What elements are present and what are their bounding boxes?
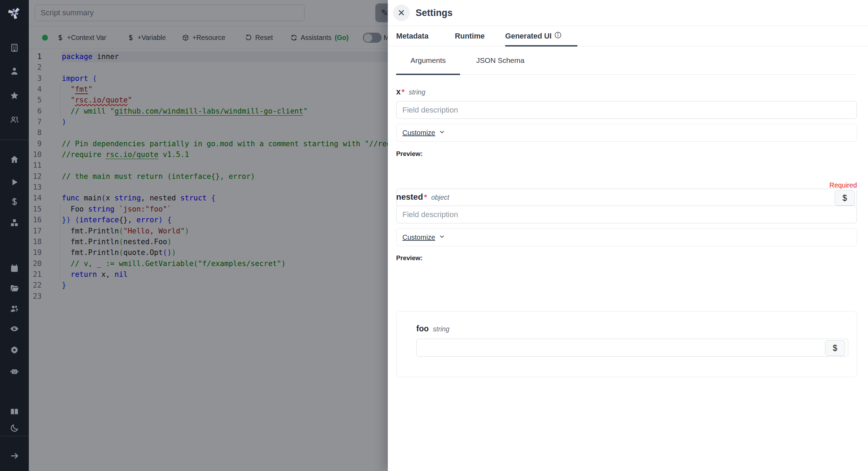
chevron-down-icon [439,233,445,241]
required-asterisk: * [424,193,427,202]
settings-drawer: ✕ Settings Metadata Runtime Generated UI [388,0,868,471]
tab-generated-ui[interactable]: Generated UI [505,26,577,46]
variable-picker-button[interactable]: $ [825,340,845,356]
building-icon[interactable] [0,41,29,54]
book-open-icon[interactable] [0,405,29,418]
nested-preview-box: foo string $ [396,311,857,377]
required-asterisk: * [402,88,405,97]
tab-metadata[interactable]: Metadata [396,26,428,46]
gear-icon[interactable] [0,343,29,356]
cubes-icon[interactable] [0,216,29,229]
generated-ui-body: Arguments JSON Schema x* string Customiz… [396,46,857,159]
required-message: Required [829,181,857,189]
dollar-icon[interactable] [0,195,29,208]
windmill-script-editor: ✎ +Context Var+Variable+ResourceResetAss… [0,0,868,471]
user-gear-icon[interactable] [0,302,29,315]
drawer-header: ✕ Settings [388,0,868,26]
tab-runtime[interactable]: Runtime [455,26,485,46]
home-icon[interactable] [0,153,29,165]
field-x-description-input[interactable] [396,101,857,119]
nested-foo-input[interactable]: $ [416,339,848,357]
arrow-right-icon[interactable] [0,449,29,462]
field-x-label: x* string [396,87,425,97]
settings-tabs: Metadata Runtime Generated UI [388,26,868,46]
chevron-down-icon [439,129,445,137]
star-icon[interactable] [0,89,29,102]
user-group-icon[interactable] [0,113,29,126]
subtab-json-schema[interactable]: JSON Schema [466,46,535,75]
eye-icon[interactable] [0,322,29,335]
calendar-icon[interactable] [0,262,29,274]
modal-overlay[interactable] [29,0,388,471]
moon-icon[interactable] [0,422,29,434]
field-nested-description-input[interactable] [396,206,857,223]
field-x-type: string [409,88,425,96]
variable-picker-button[interactable]: $ [835,190,855,206]
sidebar-divider [0,140,29,140]
field-x-preview-label: Preview: [396,150,423,158]
windmill-logo[interactable] [6,5,22,21]
field-nested-preview-label: Preview: [396,254,423,262]
person-icon[interactable] [0,65,29,77]
close-icon[interactable]: ✕ [393,5,410,21]
sidebar-divider [0,436,29,436]
field-x-preview-input[interactable]: $ [396,189,857,207]
folder-open-icon[interactable] [0,282,29,294]
info-icon[interactable] [554,31,562,41]
robot-icon[interactable] [0,365,29,377]
field-nested-label: nested* object [396,192,449,202]
nested-foo-label: foo string [416,324,449,333]
left-sidebar [0,0,29,471]
drawer-title: Settings [416,0,453,26]
play-icon[interactable] [0,176,29,188]
field-x-customize[interactable]: Customize [396,124,857,142]
subtab-arguments[interactable]: Arguments [396,46,460,75]
field-nested-customize[interactable]: Customize [396,228,857,246]
schema-subtabs: Arguments JSON Schema [396,46,857,75]
field-nested-type: object [431,193,449,201]
